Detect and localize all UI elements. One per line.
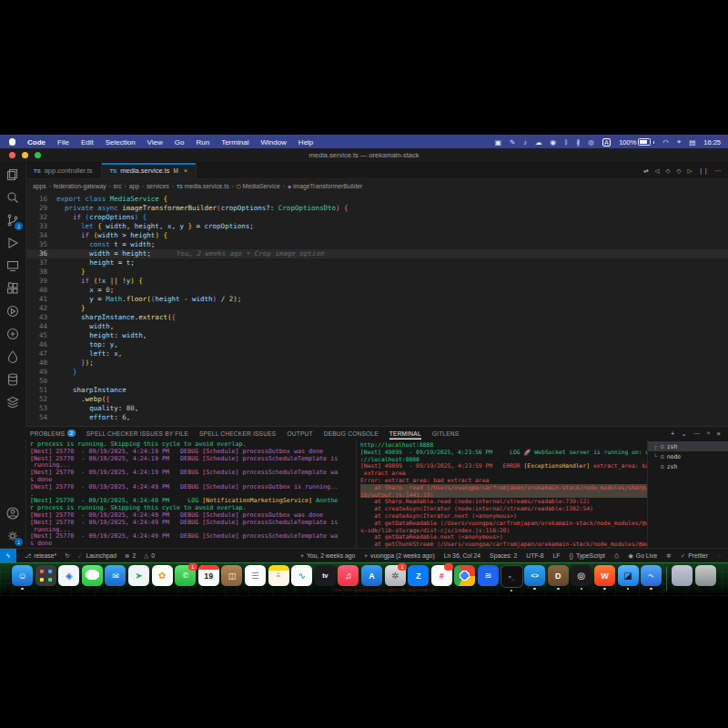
apple-menu-icon[interactable] [9,138,15,146]
dock-contacts-icon[interactable]: ◫ [221,565,243,590]
flame-icon[interactable] [5,349,21,364]
code-line[interactable]: 38 } [25,268,728,277]
dock-reminders-icon[interactable]: ☰ [245,565,267,590]
status-typescript[interactable]: {}TypeScript [570,552,605,559]
code-line[interactable]: 35 const t = width; [25,240,728,249]
editor-action-icon-3[interactable]: ◇ [677,167,682,175]
menu-item-window[interactable]: Window [260,138,286,147]
close-panel-icon[interactable]: × [716,430,721,438]
code-line[interactable]: 45 height: width, [25,331,728,340]
status-gear[interactable]: ✲ [666,552,671,560]
dock-wps-office-icon[interactable]: W [593,565,615,590]
panel-tab-spell-checker-issues[interactable]: SPELL CHECKER ISSUES [199,427,276,440]
code-line[interactable]: 32 if (cropOptions) { [25,213,728,222]
terminal-session-node[interactable]: └⊡node [648,451,728,461]
code-line[interactable]: 41 y = Math.floor((height - width) / 2); [25,295,728,304]
code-line[interactable]: 48 }); [25,359,728,368]
terminal-pane-right[interactable]: http://localhost:8888[Nest] 49099 - 09/1… [356,440,647,554]
dock-system-settings-icon[interactable]: ✲1 [384,565,406,590]
code-line[interactable]: 49 } [25,368,728,377]
status-prettier[interactable]: ✓Prettier [681,552,708,560]
code-line[interactable]: 51 sharpInstance [25,386,728,395]
status-printer[interactable]: ⎙ [614,552,619,560]
code-line[interactable]: 33 let { width, height, x, y } = cropOpt… [25,222,728,231]
dock-notes-icon[interactable]: ≡ [268,565,289,590]
sound-icon[interactable]: ♪ [523,138,527,147]
tab-media.service.ts[interactable]: TSmedia.service.tsM× [102,163,197,178]
status-vuongpa-2-weeks-ago-[interactable]: ⌖vuongpa (2 weeks ago) [364,552,434,560]
menu-item-code[interactable]: Code [27,138,46,147]
breadcrumb[interactable]: apps›federation-gateway›src›app›services… [33,179,728,192]
code-line[interactable]: 52 .webp({ [25,395,728,404]
wifi-icon[interactable]: ◠ [662,138,669,147]
tab-app.controller.ts[interactable]: TSapp.controller.ts [25,163,102,178]
status-release-[interactable]: ⎇release* [25,552,56,560]
menu-item-terminal[interactable]: Terminal [221,138,248,147]
code-line[interactable]: 36 width = height;You, 2 weeks ago • Cro… [25,249,728,258]
panel-tab-output[interactable]: OUTPUT [287,427,312,440]
menu-item-go[interactable]: Go [175,138,185,147]
bluetooth-icon[interactable]: ᛒ [564,138,569,147]
breadcrumb-item-media.service.ts[interactable]: TS media.service.ts [177,183,229,189]
menu-item-run[interactable]: Run [196,138,209,147]
code-line[interactable]: 42 } [25,304,728,313]
status-0[interactable]: △0 [144,552,155,560]
dock-dbeaver-icon[interactable]: D [547,565,569,590]
editor-action-icon-6[interactable]: ⋯ [715,167,722,175]
settings-gear-icon[interactable]: 1 [5,529,21,543]
panel-tab-debug-console[interactable]: DEBUG CONSOLE [324,427,379,440]
screen-mirroring-icon[interactable]: ▣ [495,138,501,147]
terminal-session-zsh[interactable]: ⊡zsh [648,461,728,471]
shortcuts-icon[interactable]: ∦ [577,138,581,147]
dock-safari-icon[interactable]: ◈ [58,565,80,590]
terminal-pane-left[interactable]: r process is running. Skipping this cycl… [25,440,356,554]
status-go-live[interactable]: ◉Go Live [628,552,657,560]
editor-action-icon-5[interactable]: ❘❘ [699,167,709,175]
breadcrumb-item-imageTransformerBuilder[interactable]: ◈ imageTransformerBuilder [288,183,363,189]
panel-tab-spell-checker-issues-by-file[interactable]: SPELL CHECKER ISSUES BY FILE [86,427,188,440]
dock-facetime-icon[interactable]: ✆1 [175,565,197,590]
dock-finder-icon[interactable]: ☺ [12,565,34,590]
code-line[interactable]: 43 sharpInstance.extract({ [25,313,728,322]
editor-action-icon-2[interactable]: ◇ [666,167,671,175]
menu-item-edit[interactable]: Edit [81,138,94,147]
status-bell[interactable]: ◌ [717,552,721,559]
dock-downloads-folder-icon[interactable] [672,565,693,590]
input-source-indicator[interactable]: A [602,138,611,147]
code-editor[interactable]: 16export class MediaService {29 private … [25,192,728,426]
code-line[interactable]: 53 quality: 80, [25,404,728,413]
breadcrumb-item-MediaService[interactable]: ⬡ MediaService [237,183,280,189]
remote-indicator[interactable]: ϟ [0,549,16,562]
editor-action-icon-4[interactable]: ▷ [688,167,693,175]
search-icon[interactable] [5,190,21,205]
breadcrumb-item-src[interactable]: src [114,183,122,189]
code-line[interactable]: 16export class MediaService { [25,195,728,204]
window-titlebar[interactable]: media.service.ts — orekamain-stack [0,148,728,163]
code-line[interactable]: 46 top: y, [25,340,728,349]
pen-icon[interactable]: ✎ [510,138,515,147]
extensions-icon[interactable] [5,281,21,296]
dock-trash-icon[interactable] [694,565,716,590]
layers-icon[interactable] [5,395,21,410]
breadcrumb-item-services[interactable]: services [147,183,169,189]
code-line[interactable]: 29 private async imageTransformerBuilder… [25,204,728,213]
dock-zalo-icon[interactable]: Z [408,565,430,590]
code-line[interactable]: 34 if (width > height) { [25,231,728,240]
menu-item-selection[interactable]: Selection [106,138,136,147]
dock-dev-app-icon[interactable]: ◪ [617,565,639,590]
menu-item-file[interactable]: File [57,138,69,147]
code-line[interactable]: 44 width, [25,322,728,331]
dock-apple-tv-icon[interactable]: tv [314,565,336,590]
panel-tab-gitlens[interactable]: GITLENS [432,427,460,440]
panel-tab-problems[interactable]: PROBLEMS2 [30,427,76,440]
code-line[interactable]: 37 height = t; [25,258,728,268]
status-spaces-2[interactable]: Spaces: 2 [490,552,517,559]
dock-xcode-icon[interactable]: ⌐ [641,565,662,590]
status-launchpad[interactable]: ☄Launchpad [78,552,116,560]
dock-calendar-icon[interactable]: 19 [197,565,219,590]
dock-mail-icon[interactable]: ✉ [105,565,126,590]
dock-chrome-icon[interactable] [454,565,476,590]
code-line[interactable]: 39 if (!x || !y) { [25,277,728,286]
dock-vscode-icon[interactable]: <> [524,565,546,590]
dock-docker-icon[interactable]: ≋ [477,565,499,590]
